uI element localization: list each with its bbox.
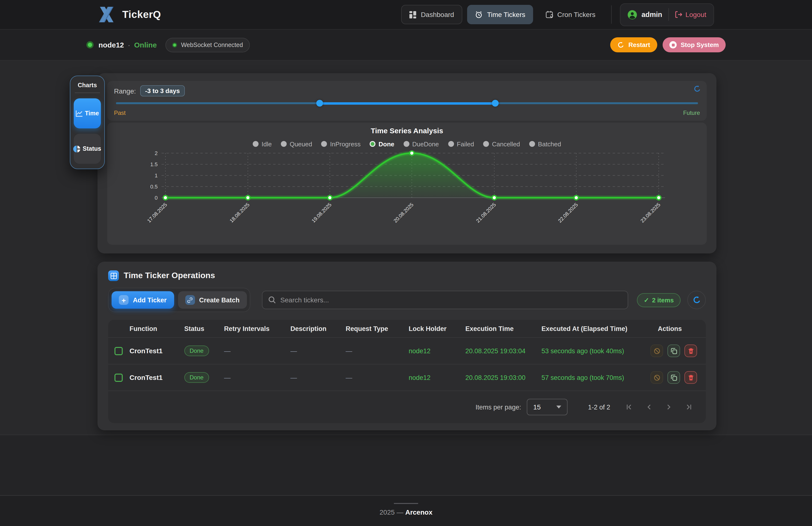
slider-handle-end[interactable]: [492, 100, 499, 107]
row-checkbox[interactable]: [115, 347, 123, 355]
status-bar: node12 · Online WebSocket Connected Rest…: [0, 30, 812, 61]
x-axis-ticks: 17.08.2025 18.08.2025 19.08.2025 20.08.2…: [146, 202, 662, 224]
legend-dot: [281, 141, 287, 147]
logout-icon: [675, 11, 682, 18]
node-state: Online: [134, 41, 157, 49]
col-executed-at: Executed At (Elapsed Time): [541, 325, 646, 332]
main-content: Charts Time Status: [0, 61, 812, 435]
legend-idle[interactable]: Idle: [253, 139, 272, 149]
refresh-button[interactable]: [687, 291, 706, 309]
operations-toolbar: + Add Ticker Create Batch: [108, 288, 706, 312]
logout-button[interactable]: Logout: [675, 11, 706, 18]
search-box: [262, 291, 628, 309]
legend-done[interactable]: Done: [370, 139, 394, 149]
cell-execution-time: 20.08.2025 19:03:00: [465, 374, 541, 381]
items-per-page-select[interactable]: 15: [527, 399, 567, 415]
pagination-range: 1-2 of 2: [588, 403, 610, 411]
next-page-button[interactable]: [666, 404, 672, 410]
col-status: Status: [184, 325, 224, 332]
row-checkbox[interactable]: [115, 373, 123, 381]
calendar-sync-icon: [546, 11, 553, 18]
add-ticker-button[interactable]: + Add Ticker: [112, 291, 174, 309]
svg-text:20.08.2025: 20.08.2025: [392, 202, 415, 224]
nav-dashboard[interactable]: Dashboard: [401, 5, 462, 24]
plus-icon: +: [119, 295, 129, 305]
items-count-badge: ✓ 2 items: [637, 293, 681, 307]
svg-text:0.5: 0.5: [150, 184, 158, 190]
websocket-label: WebSocket Connected: [181, 42, 243, 48]
brand-logo-icon: [98, 7, 115, 22]
stop-label: Stop System: [681, 41, 719, 48]
cell-function: CronTest1: [130, 374, 184, 381]
legend-queued[interactable]: Queued: [281, 139, 312, 149]
footer: 2025 — Arcenox: [0, 495, 812, 526]
legend-batched[interactable]: Batched: [529, 139, 561, 149]
search-input[interactable]: [280, 296, 622, 304]
range-box: Range: -3 to 3 days Past Fu: [107, 81, 707, 121]
nav-time-tickers[interactable]: Time Tickers: [467, 5, 533, 24]
col-retry-intervals: Retry Intervals: [224, 325, 291, 332]
pagination-bar: Items per page: 15 1-2 of 2: [108, 391, 706, 423]
first-page-button[interactable]: [626, 404, 633, 410]
charts-panel-divider: [75, 92, 100, 93]
pie-chart-icon: [73, 145, 81, 152]
range-slider[interactable]: [114, 100, 700, 107]
create-batch-button[interactable]: Create Batch: [178, 291, 247, 309]
nav-group: Dashboard Time Tickers: [401, 5, 603, 24]
cell-function: CronTest1: [130, 347, 184, 355]
future-label: Future: [683, 109, 700, 116]
dashboard-icon: [409, 11, 417, 18]
last-page-button[interactable]: [685, 404, 692, 410]
stop-icon: [670, 41, 677, 48]
delete-action-button[interactable]: [684, 371, 697, 384]
legend-duedone[interactable]: DueDone: [404, 139, 439, 149]
legend-dot: [529, 141, 535, 147]
legend-inprogress[interactable]: InProgress: [321, 139, 361, 149]
cell-request-type: —: [346, 374, 409, 381]
chart-tab-time[interactable]: Time: [74, 99, 101, 129]
svg-text:0: 0: [155, 195, 158, 201]
cell-description: —: [290, 374, 346, 381]
duplicate-action-button[interactable]: [667, 345, 680, 357]
operations-card: Time Ticker Operations + Add Ticker: [98, 262, 716, 430]
footer-brand: Arcenox: [405, 508, 432, 516]
table-row[interactable]: CronTest1 Done — — — node12 20.08.2025 1…: [108, 364, 706, 391]
duplicate-action-button[interactable]: [667, 371, 680, 384]
time-series-plot: Time Series Analysis Idle Queued InProgr…: [107, 123, 707, 245]
svg-text:1.5: 1.5: [150, 161, 158, 167]
cancel-action-button[interactable]: [651, 371, 663, 384]
cell-lock-holder: node12: [409, 374, 465, 381]
alarm-clock-icon: [475, 11, 483, 18]
chart-tab-status[interactable]: Status: [74, 134, 101, 164]
slider-handle-start[interactable]: [316, 100, 323, 107]
range-label: Range:: [114, 87, 136, 95]
nav-cron-tickers[interactable]: Cron Tickers: [538, 5, 603, 24]
cell-lock-holder: node12: [409, 347, 465, 355]
slider-active-track[interactable]: [320, 102, 495, 105]
cancel-action-button[interactable]: [651, 345, 663, 357]
status-badge: Done: [184, 346, 209, 356]
restart-button[interactable]: Restart: [610, 37, 657, 52]
cell-executed-at: 53 seconds ago (took 40ms): [541, 347, 646, 355]
svg-text:23.08.2025: 23.08.2025: [639, 202, 662, 224]
col-request-type: Request Type: [346, 325, 409, 332]
table-header-row: Function Status Retry Intervals Descript…: [108, 320, 706, 337]
previous-page-button[interactable]: [646, 404, 652, 410]
lower-spacer: [0, 435, 812, 495]
table-row[interactable]: CronTest1 Done — — — node12 20.08.2025 1…: [108, 337, 706, 364]
line-chart-svg: 2 1.5 1 0.5 0 17.08.2025 18.08.2025 19.0…: [107, 149, 707, 234]
range-value-chip: -3 to 3 days: [140, 85, 185, 96]
user-avatar-icon: [628, 10, 637, 19]
range-refresh-icon[interactable]: [694, 85, 701, 92]
delete-action-button[interactable]: [684, 345, 697, 357]
charts-panel-title: Charts: [74, 80, 101, 92]
stop-system-button[interactable]: Stop System: [663, 37, 726, 52]
svg-text:22.08.2025: 22.08.2025: [557, 202, 579, 224]
check-icon: ✓: [644, 296, 649, 304]
nav-divider: [611, 5, 612, 24]
restart-icon: [618, 42, 624, 48]
legend-failed[interactable]: Failed: [448, 139, 474, 149]
col-actions: Actions: [646, 325, 706, 332]
operations-title: Time Ticker Operations: [124, 271, 215, 281]
legend-cancelled[interactable]: Cancelled: [483, 139, 520, 149]
